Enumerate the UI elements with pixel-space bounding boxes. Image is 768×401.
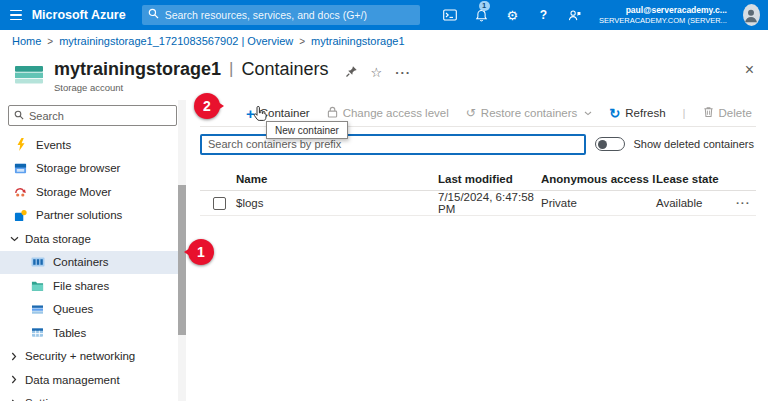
sidebar-item-file-shares[interactable]: File shares xyxy=(0,274,186,298)
tables-icon xyxy=(30,325,45,340)
sidebar-item-tables[interactable]: Tables xyxy=(0,321,186,345)
search-icon xyxy=(148,8,159,22)
sidebar-group-settings[interactable]: Settings xyxy=(0,392,186,401)
new-container-tooltip: New container xyxy=(266,121,348,139)
global-search[interactable] xyxy=(142,5,420,25)
page-subtitle: Storage account xyxy=(54,82,411,93)
sidebar-group-label: Data storage xyxy=(25,233,91,245)
favorite-star-icon[interactable]: ☆ xyxy=(371,66,383,79)
sidebar-item-events[interactable]: Events xyxy=(0,133,186,157)
file-shares-icon xyxy=(30,278,45,293)
cell-container-name[interactable]: $logs xyxy=(236,197,438,209)
sidebar-item-queues[interactable]: Queues xyxy=(0,298,186,322)
avatar[interactable] xyxy=(743,4,760,26)
search-icon xyxy=(14,109,24,123)
account-directory: SERVERACADEMY.COM (SERVER... xyxy=(599,16,727,26)
feedback-icon[interactable] xyxy=(564,0,585,30)
sidebar-item-storage-browser[interactable]: Storage browser xyxy=(0,157,186,181)
sidebar-item-label: Queues xyxy=(53,303,93,315)
help-icon[interactable]: ? xyxy=(533,0,554,30)
sidebar-item-label: Containers xyxy=(53,256,109,268)
sidebar-item-label: File shares xyxy=(53,280,109,292)
sidebar-group-data-storage[interactable]: Data storage xyxy=(0,227,186,251)
breadcrumb-home[interactable]: Home xyxy=(12,35,41,47)
change-access-level-button[interactable]: Change access level xyxy=(327,106,449,120)
notifications-bell-icon[interactable]: 1 xyxy=(471,0,492,30)
delete-label: Delete xyxy=(719,107,752,119)
breadcrumb-separator: > xyxy=(47,36,53,47)
new-container-button[interactable]: + Container xyxy=(246,106,310,121)
events-lightning-icon xyxy=(13,137,28,152)
chevron-down-icon xyxy=(584,111,592,116)
sidebar-item-label: Tables xyxy=(53,327,86,339)
sidebar-item-partner-solutions[interactable]: Partner solutions xyxy=(0,204,186,228)
sidebar-item-label: Storage browser xyxy=(36,162,120,174)
settings-gear-icon[interactable]: ⚙ xyxy=(502,0,523,30)
restore-icon: ↺ xyxy=(466,106,476,120)
menu-search[interactable] xyxy=(8,105,177,126)
chevron-right-icon xyxy=(9,352,19,361)
breadcrumb-current[interactable]: mytrainingstorage1 xyxy=(311,35,405,47)
column-header-anonymous-access[interactable]: Anonymous access l... xyxy=(541,173,656,185)
show-deleted-toggle-label: Show deleted containers xyxy=(634,138,754,150)
cell-anonymous-access: Private xyxy=(541,197,656,209)
restore-containers-button[interactable]: ↺ Restore containers xyxy=(466,106,593,120)
brand-title[interactable]: Microsoft Azure xyxy=(32,8,126,22)
column-header-name[interactable]: Name xyxy=(236,173,438,185)
toolbar-divider: | xyxy=(683,107,686,119)
sidebar-group-label: Security + networking xyxy=(25,350,135,362)
more-options-icon[interactable]: ··· xyxy=(395,66,411,79)
change-access-level-label: Change access level xyxy=(343,107,449,119)
refresh-label: Refresh xyxy=(625,107,665,119)
storage-browser-icon xyxy=(13,161,28,176)
title-divider: | xyxy=(229,59,233,79)
table-row[interactable]: $logs 7/15/2024, 6:47:58 PM Private Avai… xyxy=(200,191,756,216)
cloud-shell-icon[interactable] xyxy=(440,0,461,30)
sidebar-group-data-management[interactable]: Data management xyxy=(0,368,186,392)
column-header-lease-state[interactable]: Lease state xyxy=(656,173,736,185)
container-search-input[interactable] xyxy=(200,134,586,155)
delete-button[interactable]: Delete xyxy=(703,106,752,120)
show-deleted-toggle[interactable] xyxy=(595,137,625,151)
sidebar-item-label: Events xyxy=(36,139,71,151)
chevron-down-icon xyxy=(9,236,19,242)
toggle-knob xyxy=(598,140,607,149)
row-more-options-icon[interactable]: ··· xyxy=(736,197,757,209)
row-checkbox[interactable] xyxy=(213,197,226,210)
breadcrumb-separator: > xyxy=(299,36,305,47)
notification-badge: 1 xyxy=(479,1,490,11)
breadcrumb: Home > mytrainingstorage1_1721083567902 … xyxy=(0,30,768,52)
global-search-input[interactable] xyxy=(165,9,414,21)
sidebar-scrollbar-thumb[interactable] xyxy=(178,185,186,335)
cell-lease-state: Available xyxy=(656,197,736,209)
hamburger-menu-icon[interactable] xyxy=(10,10,22,21)
sidebar-group-security-networking[interactable]: Security + networking xyxy=(0,345,186,369)
containers-blade: + Container Change access level ↺ Restor… xyxy=(186,100,768,401)
pin-icon[interactable] xyxy=(345,65,358,80)
annotation-step-1: 1 xyxy=(188,239,214,265)
sidebar-item-containers[interactable]: Containers xyxy=(0,251,186,275)
containers-icon xyxy=(30,255,45,270)
queues-icon xyxy=(30,302,45,317)
account-info[interactable]: paul@serveracademy.c... SERVERACADEMY.CO… xyxy=(599,5,727,26)
refresh-button[interactable]: ↻ Refresh xyxy=(609,107,665,120)
resource-menu: « Events Storage browser Storage Mover P… xyxy=(0,100,186,401)
close-blade-icon[interactable]: × xyxy=(745,61,754,79)
sidebar-item-label: Partner solutions xyxy=(36,209,122,221)
breadcrumb-overview[interactable]: mytrainingstorage1_1721083567902 | Overv… xyxy=(59,35,293,47)
table-header-row: Name Last modified Anonymous access l...… xyxy=(200,168,756,191)
account-email: paul@serveracademy.c... xyxy=(599,5,727,16)
sidebar-item-label: Storage Mover xyxy=(36,186,111,198)
page-section-title: Containers xyxy=(241,59,328,80)
plus-icon: + xyxy=(246,106,255,121)
storage-mover-icon xyxy=(13,184,28,199)
chevron-right-icon xyxy=(9,375,19,384)
sidebar-group-label: Settings xyxy=(25,397,67,401)
page-header: mytrainingstorage1 | Containers ☆ ··· St… xyxy=(0,52,768,100)
restore-containers-label: Restore containers xyxy=(481,107,578,119)
column-header-last-modified[interactable]: Last modified xyxy=(438,173,541,185)
containers-table: Name Last modified Anonymous access l...… xyxy=(200,168,756,216)
storage-account-icon xyxy=(14,62,44,89)
menu-search-input[interactable] xyxy=(29,110,171,122)
sidebar-item-storage-mover[interactable]: Storage Mover xyxy=(0,180,186,204)
